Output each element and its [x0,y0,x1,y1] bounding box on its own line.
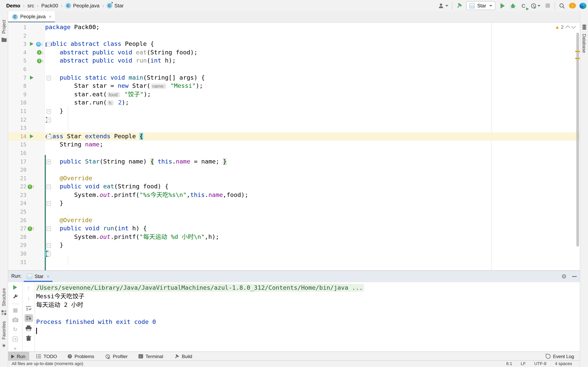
run-console[interactable]: ↻ » ↑ ↓ /Users/sevenone/Library/Java/Jav… [8,282,580,352]
implemented-marker-icon[interactable]: I [37,50,42,55]
warning-stripe-mark[interactable] [575,51,580,52]
clear-icon[interactable] [24,334,33,342]
code-line[interactable]: 28 System.out.printf("每天运动 %d 小时\n",h); [8,233,580,241]
tool-button-structure[interactable]: Structure [0,288,8,315]
console-output[interactable]: /Users/sevenone/Library/Java/JavaVirtual… [36,284,578,335]
tool-button-profiler[interactable]: Profiler [101,352,131,361]
code-line[interactable]: 1package Pack00; [8,23,580,32]
implements-marker-icon[interactable]: I [28,184,32,189]
tool-button-terminal[interactable]: ›_ Terminal [135,352,167,361]
chevron-up-icon[interactable] [566,25,570,30]
code-line[interactable]: 27I↑− public void run(int h) { [8,225,580,233]
breadcrumb-class[interactable]: C Star [107,3,124,8]
tool-button-todo[interactable]: TODO [32,352,61,361]
run-line-icon[interactable] [30,75,34,79]
tab-people-java[interactable]: C People.java × [8,11,55,22]
close-icon[interactable]: × [49,14,52,19]
code-line[interactable]: 30−} [8,250,580,258]
breadcrumb-project[interactable]: Demo [6,3,20,8]
caret-position[interactable]: 6:1 [506,361,512,366]
stop-icon[interactable] [11,307,19,314]
profiler-icon[interactable] [530,1,541,10]
implemented-marker-icon[interactable]: I [37,59,42,63]
code-line[interactable]: 31 [8,258,580,267]
code-line[interactable]: 17+ public Star(String name) { this.name… [8,158,580,166]
code-line[interactable]: 7− public static void main(String[] args… [8,74,580,82]
fold-marker-icon[interactable]: − [47,134,51,139]
code-line[interactable]: 25 [8,208,580,216]
run-tab-star[interactable]: Star × [24,271,52,282]
breadcrumb-file[interactable]: C People.java [65,3,100,8]
hide-icon[interactable] [572,276,577,277]
code-line[interactable]: 15 String name; [8,141,580,149]
close-icon[interactable]: × [47,274,49,279]
code-line[interactable]: 24− } [8,200,580,208]
tool-button-run[interactable]: Run [7,352,29,361]
fold-marker-icon[interactable]: − [47,42,51,47]
fold-marker-icon[interactable]: − [47,243,51,248]
code-line[interactable]: 21 @Override [8,174,580,183]
update-icon[interactable]: ↑ [569,3,576,8]
overridden-marker-icon[interactable]: O [36,42,41,46]
code-line[interactable]: 23 System.out.printf("%s今天吃%s\n",this.na… [8,191,580,200]
more-icon[interactable]: » [11,345,19,352]
indent-setting[interactable]: 4 spaces [555,361,572,366]
exit-icon[interactable] [11,335,19,342]
fold-marker-icon[interactable]: − [47,117,51,122]
breadcrumb-src[interactable]: src [27,3,34,8]
implements-marker-icon[interactable]: I [28,226,32,231]
coverage-icon[interactable]: C [520,1,527,10]
run-icon[interactable] [499,1,506,10]
code-line[interactable]: 16 [8,149,580,158]
file-encoding[interactable]: UTF-8 [534,361,546,366]
code-line[interactable]: 3O↓−public abstract class People { [8,40,580,48]
run-configuration-select[interactable]: Star [466,1,495,10]
fold-marker-icon[interactable]: − [47,252,51,256]
tool-button-favorites[interactable]: Favorites ★ [0,321,8,349]
code-editor[interactable]: 1package Pack00;23O↓−public abstract cla… [8,23,580,270]
code-line[interactable]: 4I↓ abstract public void eat(String food… [8,49,580,57]
fold-marker-icon[interactable]: − [47,227,51,231]
fold-marker-icon[interactable]: − [47,109,51,114]
up-arrow-icon[interactable]: ↑ [24,284,33,292]
soft-wrap-icon[interactable] [24,304,33,312]
warning-stripe-mark[interactable] [575,58,580,59]
code-line[interactable]: 2 [8,32,580,40]
line-separator[interactable]: LF [521,361,526,366]
code-line[interactable]: 12−} [8,116,580,124]
tool-button-project[interactable]: Project [0,20,8,42]
run-line-icon[interactable] [30,134,34,138]
code-line[interactable]: 10 star.run(h: 2); [8,99,580,107]
down-arrow-icon[interactable]: ↓ [24,294,33,302]
code-line[interactable]: 6 [8,65,580,74]
thread-dump-icon[interactable] [11,317,19,324]
settings-wrench-icon[interactable] [11,293,19,300]
debug-icon[interactable] [510,1,517,10]
code-line[interactable]: 9 star.eat(food: "饺子"); [8,91,580,99]
rerun-icon[interactable] [11,284,19,291]
search-icon[interactable] [558,1,565,10]
stop-icon[interactable] [544,1,551,10]
fold-marker-icon[interactable]: − [47,185,51,189]
code-line[interactable]: 8 Star star = new Star(name: "Messi"); [8,82,580,90]
code-line[interactable]: 11− } [8,107,580,116]
tool-button-database[interactable]: Database [580,25,588,53]
code-line[interactable]: 22I↑− public void eat(String food) { [8,183,580,191]
code-line[interactable]: 14−class Star extends People { [8,132,580,141]
fold-marker-icon[interactable]: − [47,201,51,206]
tool-button-build[interactable]: Build [170,352,196,361]
code-line[interactable]: 26 @Override [8,216,580,225]
code-line[interactable]: 5I↓ abstract public void run(int h); [8,57,580,65]
ide-logo-icon[interactable] [579,2,587,9]
user-icon[interactable] [438,1,448,10]
chevron-down-icon[interactable] [571,24,576,29]
code-line[interactable]: 13 [8,124,580,132]
tool-button-event-log[interactable]: Event Log [542,352,578,361]
code-line[interactable]: 20 [8,166,580,174]
gear-icon[interactable]: ⚙ [561,273,567,280]
inspection-widget[interactable]: ▲ 2 [555,24,575,30]
code-line[interactable]: 29− } [8,241,580,250]
tool-button-problems[interactable]: ! Problems [64,352,98,361]
breadcrumb-package[interactable]: Pack00 [41,3,58,8]
fold-marker-icon[interactable]: − [47,75,51,80]
